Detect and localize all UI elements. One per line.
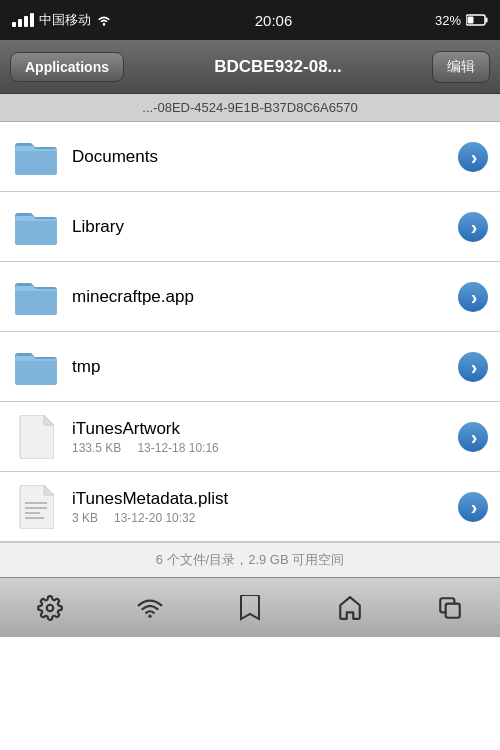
tab-home[interactable] [325, 583, 375, 633]
file-info: minecraftpe.app [72, 287, 458, 307]
file-icon [12, 416, 60, 458]
tab-wifi[interactable] [125, 583, 175, 633]
battery-label: 32% [435, 13, 461, 28]
svg-point-9 [148, 614, 151, 617]
svg-rect-10 [446, 603, 460, 617]
file-icon [12, 486, 60, 528]
list-item[interactable]: Documents [0, 122, 500, 192]
list-item[interactable]: minecraftpe.app [0, 262, 500, 332]
file-name: Documents [72, 147, 458, 167]
carrier-label: 中国移动 [39, 11, 91, 29]
file-name: tmp [72, 357, 458, 377]
footer-status: 6 个文件/目录，2.9 GB 可用空间 [0, 542, 500, 577]
list-item[interactable]: Library [0, 192, 500, 262]
svg-rect-2 [485, 18, 487, 23]
tab-settings[interactable] [25, 583, 75, 633]
list-item[interactable]: iTunesArtwork 133.5 KB 13-12-18 10:16 [0, 402, 500, 472]
file-info: Documents [72, 147, 458, 167]
folder-icon [12, 206, 60, 248]
tab-copy[interactable] [425, 583, 475, 633]
file-info: Library [72, 217, 458, 237]
nav-title: BDCBE932-08... [124, 57, 432, 77]
chevron-button[interactable] [458, 282, 488, 312]
gear-icon [37, 595, 63, 621]
svg-point-0 [103, 23, 105, 25]
file-info: tmp [72, 357, 458, 377]
chevron-button[interactable] [458, 352, 488, 382]
time-label: 20:06 [255, 12, 293, 29]
file-date: 13-12-18 10:16 [137, 441, 218, 455]
file-name: Library [72, 217, 458, 237]
chevron-button[interactable] [458, 492, 488, 522]
folder-icon [12, 276, 60, 318]
battery-icon [466, 14, 488, 26]
tab-bookmarks[interactable] [225, 583, 275, 633]
file-info: iTunesArtwork 133.5 KB 13-12-18 10:16 [72, 419, 458, 455]
wifi-icon [137, 597, 163, 619]
book-icon [238, 595, 262, 621]
wifi-status-icon [96, 14, 112, 27]
svg-rect-3 [467, 17, 473, 24]
file-name: iTunesArtwork [72, 419, 458, 439]
file-meta: 133.5 KB 13-12-18 10:16 [72, 441, 458, 455]
status-right: 32% [435, 13, 488, 28]
status-bar: 中国移动 20:06 32% [0, 0, 500, 40]
copy-icon [437, 595, 463, 621]
file-size: 133.5 KB [72, 441, 121, 455]
folder-icon [12, 136, 60, 178]
tab-bar [0, 577, 500, 637]
back-button[interactable]: Applications [10, 52, 124, 82]
chevron-button[interactable] [458, 142, 488, 172]
home-icon [337, 595, 363, 621]
file-name: iTunesMetadata.plist [72, 489, 458, 509]
signal-icon [12, 13, 34, 27]
file-list: Documents Library minecraftpe.app [0, 122, 500, 542]
folder-icon [12, 346, 60, 388]
svg-point-8 [47, 604, 54, 611]
list-item[interactable]: iTunesMetadata.plist 3 KB 13-12-20 10:32 [0, 472, 500, 542]
chevron-button[interactable] [458, 422, 488, 452]
list-item[interactable]: tmp [0, 332, 500, 402]
chevron-button[interactable] [458, 212, 488, 242]
nav-bar: Applications BDCBE932-08... 编辑 [0, 40, 500, 94]
file-info: iTunesMetadata.plist 3 KB 13-12-20 10:32 [72, 489, 458, 525]
edit-button[interactable]: 编辑 [432, 51, 490, 83]
path-bar: ...-08ED-4524-9E1B-B37D8C6A6570 [0, 94, 500, 122]
file-name: minecraftpe.app [72, 287, 458, 307]
file-size: 3 KB [72, 511, 98, 525]
status-left: 中国移动 [12, 11, 112, 29]
file-meta: 3 KB 13-12-20 10:32 [72, 511, 458, 525]
file-date: 13-12-20 10:32 [114, 511, 195, 525]
